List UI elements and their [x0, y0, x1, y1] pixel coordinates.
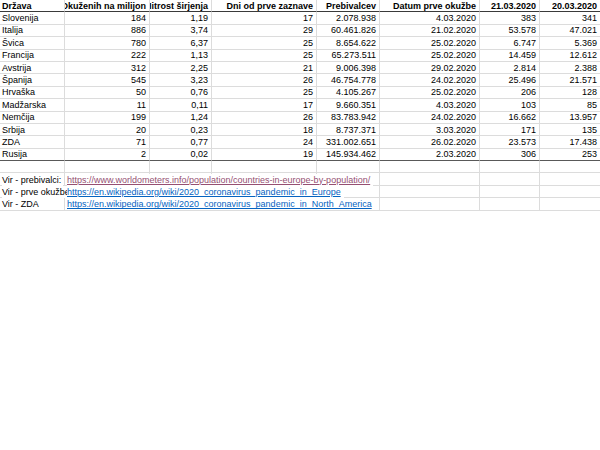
- spread-rate-cell: 1,13: [150, 50, 212, 62]
- empty-cell: [150, 161, 212, 173]
- spread-rate-cell: 1,19: [150, 12, 212, 24]
- cases-20-03-cell: 253: [540, 149, 600, 161]
- days-since-detection-cell: 24: [212, 136, 317, 148]
- cases-21-03-cell: 306: [480, 149, 540, 161]
- empty-cell: [65, 161, 150, 173]
- population-cell: 331.002.651: [317, 136, 380, 148]
- header-date-20-03: 20.03.2020: [540, 0, 600, 12]
- days-since-detection-cell: 17: [212, 12, 317, 24]
- population-cell: 145.934.462: [317, 149, 380, 161]
- first-infection-date-cell: 24.02.2020: [380, 112, 480, 124]
- population-cell: 9.660.351: [317, 99, 380, 111]
- source-row-zda: Vir - ZDA https://en.wikipedia.org/wiki/…: [0, 198, 600, 210]
- country-cell: Slovenija: [0, 12, 65, 24]
- cases-20-03-cell: 47.021: [540, 25, 600, 37]
- spreadsheet-sheet: Država Okuženih na milijon Hitrost širje…: [0, 0, 600, 450]
- country-cell: Francija: [0, 50, 65, 62]
- cases-21-03-cell: 2.814: [480, 62, 540, 74]
- source-label: Vir - prve okužbe: [2, 186, 72, 198]
- empty-cell: [317, 161, 380, 173]
- cases-20-03-cell: 17.438: [540, 136, 600, 148]
- cases-21-03-cell: 6.747: [480, 37, 540, 49]
- cases-21-03-cell: 14.459: [480, 50, 540, 62]
- country-cell: Italija: [0, 25, 65, 37]
- population-cell: 8.654.622: [317, 37, 380, 49]
- source-label: Vir - prebivalci:: [2, 174, 63, 186]
- country-cell: Španija: [0, 74, 65, 86]
- empty-cell: [212, 161, 317, 173]
- infected-per-million-cell: 545: [65, 74, 150, 86]
- cases-21-03-cell: 206: [480, 87, 540, 99]
- infected-per-million-cell: 199: [65, 112, 150, 124]
- header-date-21-03: 21.03.2020: [480, 0, 540, 12]
- country-cell: Avstrija: [0, 62, 65, 74]
- cases-21-03-cell: 25.496: [480, 74, 540, 86]
- days-since-detection-cell: 21: [212, 62, 317, 74]
- spread-rate-cell: 0,77: [150, 136, 212, 148]
- infected-per-million-cell: 71: [65, 136, 150, 148]
- cases-20-03-cell: 12.612: [540, 50, 600, 62]
- spread-rate-cell: 6,37: [150, 37, 212, 49]
- days-since-detection-cell: 25: [212, 50, 317, 62]
- country-cell: ZDA: [0, 136, 65, 148]
- country-cell: Hrvaška: [0, 87, 65, 99]
- cases-20-03-cell: 21.571: [540, 74, 600, 86]
- first-infection-date-cell: 24.02.2020: [380, 74, 480, 86]
- infected-per-million-cell: 780: [65, 37, 150, 49]
- cases-21-03-cell: 171: [480, 124, 540, 136]
- infected-per-million-cell: 184: [65, 12, 150, 24]
- source-link-wikipedia-north-america[interactable]: https://en.wikipedia.org/wiki/2020_coron…: [67, 198, 375, 210]
- spread-rate-cell: 3,23: [150, 74, 212, 86]
- first-infection-date-cell: 26.02.2020: [380, 136, 480, 148]
- source-link-wikipedia-europe[interactable]: https://en.wikipedia.org/wiki/2020_coron…: [67, 186, 344, 198]
- cases-20-03-cell: 128: [540, 87, 600, 99]
- cases-20-03-cell: 135: [540, 124, 600, 136]
- cases-21-03-cell: 103: [480, 99, 540, 111]
- first-infection-date-cell: 25.02.2020: [380, 50, 480, 62]
- header-country: Država: [0, 0, 65, 12]
- days-since-detection-cell: 17: [212, 99, 317, 111]
- population-cell: 8.737.371: [317, 124, 380, 136]
- days-since-detection-cell: 29: [212, 25, 317, 37]
- empty-cell: [380, 161, 480, 173]
- source-link-worldometers[interactable]: https://www.worldometers.info/population…: [67, 174, 373, 186]
- days-since-detection-cell: 26: [212, 74, 317, 86]
- infected-per-million-cell: 50: [65, 87, 150, 99]
- infected-per-million-cell: 2: [65, 149, 150, 161]
- spread-rate-cell: 0,11: [150, 99, 212, 111]
- source-row-prebivalci: Vir - prebivalci: https://www.worldomete…: [0, 174, 600, 186]
- first-infection-date-cell: 25.02.2020: [380, 37, 480, 49]
- first-infection-date-cell: 29.02.2020: [380, 62, 480, 74]
- days-since-detection-cell: 25: [212, 87, 317, 99]
- source-label: Vir - ZDA: [2, 198, 41, 210]
- first-infection-date-cell: 25.02.2020: [380, 87, 480, 99]
- population-cell: 65.273.511: [317, 50, 380, 62]
- first-infection-date-cell: 4.03.2020: [380, 12, 480, 24]
- country-cell: Rusija: [0, 149, 65, 161]
- cases-21-03-cell: 53.578: [480, 25, 540, 37]
- infected-per-million-cell: 11: [65, 99, 150, 111]
- infected-per-million-cell: 20: [65, 124, 150, 136]
- spread-rate-cell: 3,74: [150, 25, 212, 37]
- population-cell: 4.105.267: [317, 87, 380, 99]
- cases-21-03-cell: 23.573: [480, 136, 540, 148]
- first-infection-date-cell: 21.02.2020: [380, 25, 480, 37]
- cases-20-03-cell: 85: [540, 99, 600, 111]
- cases-20-03-cell: 341: [540, 12, 600, 24]
- country-cell: Madžarska: [0, 99, 65, 111]
- population-cell: 60.461.826: [317, 25, 380, 37]
- country-cell: Srbija: [0, 124, 65, 136]
- cases-21-03-cell: 383: [480, 12, 540, 24]
- population-cell: 9.006.398: [317, 62, 380, 74]
- empty-cell: [540, 161, 600, 173]
- cases-20-03-cell: 2.388: [540, 62, 600, 74]
- cases-20-03-cell: 5.369: [540, 37, 600, 49]
- header-spread-rate: Hitrost širjenja: [150, 0, 212, 12]
- days-since-detection-cell: 26: [212, 112, 317, 124]
- days-since-detection-cell: 19: [212, 149, 317, 161]
- country-cell: Švica: [0, 37, 65, 49]
- spread-rate-cell: 2,25: [150, 62, 212, 74]
- infected-per-million-cell: 886: [65, 25, 150, 37]
- empty-cell: [480, 161, 540, 173]
- spread-rate-cell: 0,76: [150, 87, 212, 99]
